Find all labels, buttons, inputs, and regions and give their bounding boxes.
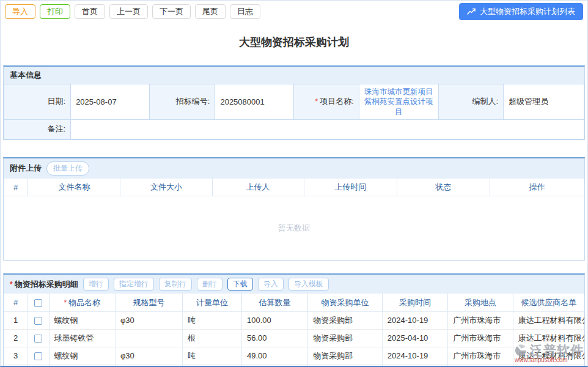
bid-no-label: 招标编号:: [150, 84, 215, 120]
plan-list-button-label: 大型物资招标采购计划列表: [480, 6, 575, 17]
detail-import-button[interactable]: 导入: [258, 278, 284, 291]
cell-supplier[interactable]: 康达工程材料有限公: [513, 365, 584, 367]
attachments-empty-state: 暂无数据: [4, 196, 584, 260]
insert-row-button[interactable]: 指定增行: [114, 278, 154, 291]
project-name-link[interactable]: 珠海市城市更新项目紫桐苑安置点设计项目: [364, 87, 433, 117]
date-value[interactable]: 2025-08-07: [71, 84, 150, 120]
detail-section-header: * 物资招标采购明细 增行 指定增行 复制行 删行 下载 导入 导入模板: [4, 275, 584, 294]
row-index: 4: [4, 365, 28, 367]
detail-section-title: 物资招标采购明细: [15, 279, 78, 290]
import-button[interactable]: 导入: [5, 4, 35, 19]
table-row: 2 球墨铸铁管 根 56.00 物资采购部 2025-04-10 广州市珠海市 …: [4, 329, 584, 347]
delete-row-button[interactable]: 删行: [197, 278, 222, 291]
detail-col-time: 采购时间: [382, 294, 447, 311]
cell-time[interactable]: 2025-04-10: [382, 329, 447, 347]
detail-table: # *物品名称 规格型号 计量单位 估算数量 物资采购单位 采购时间 采购地点 …: [4, 294, 584, 367]
next-page-button[interactable]: 下一页: [152, 4, 191, 19]
download-button[interactable]: 下载: [227, 278, 253, 291]
attachments-section: 附件上传 批量上传 # 文件名称 文件大小 上传人 上传时间 状态 操作 暂无数…: [3, 157, 585, 261]
cell-unit[interactable]: 吨: [183, 311, 242, 329]
cell-unit[interactable]: 吨: [183, 365, 242, 367]
plan-list-button[interactable]: 大型物资招标采购计划列表: [459, 3, 583, 20]
cell-unit[interactable]: 根: [183, 329, 242, 347]
empty-text: 暂无数据: [278, 223, 310, 234]
cell-dept[interactable]: 物资采购部: [308, 365, 383, 367]
prev-page-button[interactable]: 上一页: [109, 4, 148, 19]
import-template-button[interactable]: 导入模板: [288, 278, 329, 291]
row-checkbox[interactable]: [34, 352, 42, 360]
cell-place[interactable]: 广州市珠海市: [448, 365, 513, 367]
attach-col-actions: 操作: [490, 179, 584, 196]
attachments-title: 附件上传: [10, 163, 42, 174]
cell-spec[interactable]: φ30: [115, 365, 182, 367]
batch-upload-button[interactable]: 批量上传: [46, 161, 89, 176]
detail-col-supplier: 候选供应商名单: [513, 294, 584, 311]
attachments-table-header-row: # 文件名称 文件大小 上传人 上传时间 状态 操作: [4, 179, 584, 196]
bid-no-value[interactable]: 2025080001: [215, 84, 294, 120]
print-button[interactable]: 打印: [40, 4, 70, 19]
creator-label: 编制人:: [438, 84, 503, 120]
row-index: 2: [4, 329, 28, 347]
table-row: 1 螺纹钢 φ30 吨 100.00 物资采购部 2024-10-19 广州市珠…: [4, 311, 584, 329]
cell-place[interactable]: 广州市珠海市: [448, 347, 513, 365]
log-button[interactable]: 日志: [230, 4, 260, 19]
cell-qty[interactable]: 100.00: [241, 311, 307, 329]
first-page-button[interactable]: 首页: [75, 4, 105, 19]
detail-col-spec: 规格型号: [115, 294, 182, 311]
cell-qty[interactable]: 56.00: [241, 329, 307, 347]
date-label: 日期:: [4, 84, 71, 120]
attachments-table: # 文件名称 文件大小 上传人 上传时间 状态 操作: [4, 179, 584, 197]
last-page-button[interactable]: 尾页: [195, 4, 226, 19]
row-index: 1: [4, 311, 28, 329]
table-row: 3 螺纹钢 φ30 吨 49.00 物资采购部 2024-10-19 广州市珠海…: [4, 347, 584, 365]
cell-spec[interactable]: φ30: [115, 311, 182, 329]
cell-place[interactable]: 广州市珠海市: [448, 311, 513, 329]
project-name-label: *项目名称:: [294, 84, 359, 120]
cell-item-name[interactable]: 螺纹钢: [49, 347, 115, 365]
attach-col-filename: 文件名称: [28, 179, 120, 196]
cell-time[interactable]: 2025-07-28: [382, 365, 447, 367]
detail-col-dept: 物资采购单位: [308, 294, 383, 311]
basic-info-title: 基本信息: [10, 70, 42, 81]
table-row: 4 螺纹钢 φ30 吨 23.00 物资采购部 2025-07-28 广州市珠海…: [4, 365, 584, 367]
cell-qty[interactable]: 23.00: [241, 365, 307, 367]
attach-col-uploader: 上传人: [212, 179, 304, 196]
cell-dept[interactable]: 物资采购部: [308, 311, 383, 329]
cell-item-name[interactable]: 球墨铸铁管: [49, 329, 115, 347]
cell-qty[interactable]: 49.00: [241, 347, 307, 365]
detail-col-select: [28, 294, 49, 311]
detail-col-item-name: *物品名称: [49, 294, 115, 311]
select-all-checkbox[interactable]: [34, 299, 42, 307]
copy-row-button[interactable]: 复制行: [159, 278, 192, 291]
basic-info-header: 基本信息: [4, 67, 584, 84]
remark-value[interactable]: [71, 119, 584, 139]
cell-spec[interactable]: φ30: [115, 347, 182, 365]
row-checkbox[interactable]: [34, 335, 42, 343]
cell-spec[interactable]: [115, 329, 182, 347]
detail-col-place: 采购地点: [448, 294, 513, 311]
row-checkbox[interactable]: [34, 317, 42, 325]
detail-col-qty: 估算数量: [241, 294, 307, 311]
required-marker: *: [64, 298, 67, 307]
cell-time[interactable]: 2024-10-19: [382, 311, 447, 329]
required-marker: *: [315, 97, 318, 106]
cell-item-name[interactable]: 螺纹钢: [49, 311, 115, 329]
cell-supplier[interactable]: 康达工程材料有限公: [513, 311, 584, 329]
add-row-button[interactable]: 增行: [83, 278, 109, 291]
attach-col-status: 状态: [397, 179, 490, 196]
cell-dept[interactable]: 物资采购部: [308, 329, 383, 347]
cell-place[interactable]: 广州市珠海市: [448, 329, 513, 347]
detail-col-unit: 计量单位: [183, 294, 242, 311]
procurement-plan-page: { "page": { "title": "大型物资招标采购计划" }, "to…: [0, 0, 588, 367]
attach-col-index: #: [4, 179, 28, 196]
cell-time[interactable]: 2024-10-19: [382, 347, 447, 365]
basic-info-section: 基本信息 日期: 2025-08-07 招标编号: 2025080001 *项目…: [3, 65, 585, 140]
cell-unit[interactable]: 吨: [183, 347, 242, 365]
cell-supplier[interactable]: 康达工程材料有限公: [513, 347, 584, 365]
cell-dept[interactable]: 物资采购部: [308, 347, 383, 365]
required-marker: *: [10, 280, 13, 289]
attachments-header: 附件上传 批量上传: [4, 158, 584, 179]
project-name-value: 珠海市城市更新项目紫桐苑安置点设计项目: [359, 84, 438, 120]
cell-item-name[interactable]: 螺纹钢: [49, 365, 115, 367]
cell-supplier[interactable]: 康达工程材料有限公: [513, 329, 584, 347]
